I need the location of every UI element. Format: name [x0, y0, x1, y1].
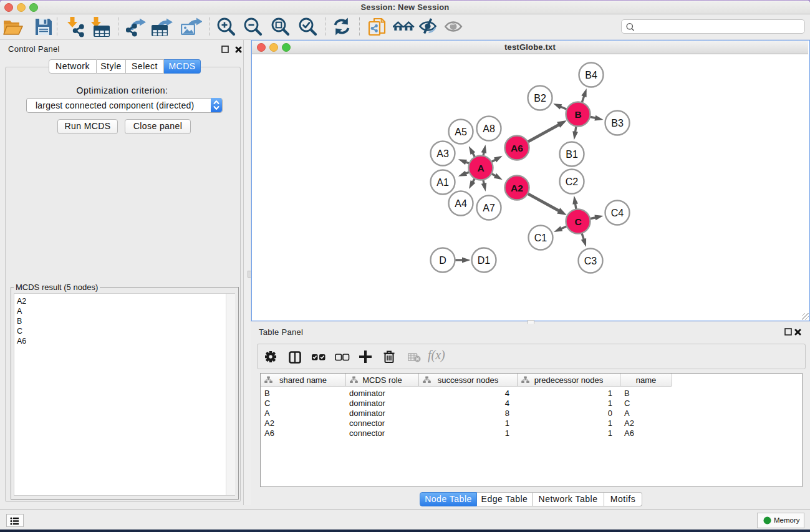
svg-text:A7: A7 — [483, 203, 495, 213]
svg-text:A8: A8 — [483, 123, 495, 134]
svg-text:C: C — [574, 216, 581, 227]
svg-text:B1: B1 — [566, 149, 578, 160]
svg-text:C3: C3 — [584, 256, 597, 266]
svg-text:D1: D1 — [478, 255, 491, 266]
svg-text:B4: B4 — [585, 70, 597, 80]
svg-text:C4: C4 — [611, 208, 624, 218]
svg-text:A4: A4 — [455, 198, 467, 209]
svg-text:C1: C1 — [534, 233, 547, 243]
svg-text:A3: A3 — [436, 148, 449, 159]
svg-text:f(x): f(x) — [428, 349, 445, 362]
svg-text:B2: B2 — [534, 93, 546, 104]
svg-text:A5: A5 — [455, 127, 467, 137]
svg-text:A6: A6 — [511, 143, 523, 153]
svg-text:D: D — [439, 255, 446, 266]
svg-text:C2: C2 — [566, 177, 579, 187]
svg-text:A: A — [477, 163, 484, 173]
svg-text:B: B — [574, 109, 581, 120]
svg-text:A1: A1 — [436, 177, 449, 188]
svg-text:B3: B3 — [611, 118, 624, 128]
svg-text:A2: A2 — [511, 183, 523, 193]
